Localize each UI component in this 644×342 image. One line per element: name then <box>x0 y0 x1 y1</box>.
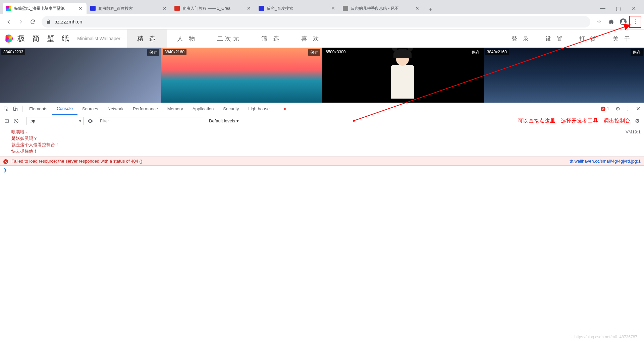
wallpaper-card[interactable]: 3840x2160 保存 <box>484 48 644 103</box>
save-button[interactable]: 保存 <box>308 49 320 56</box>
nav-people[interactable]: 人 物 <box>167 30 207 48</box>
nav-filter[interactable]: 筛 选 <box>251 30 291 48</box>
svg-point-1 <box>622 19 624 22</box>
annotation-text: 可以直接点这里，选择开发者工具，调出控制台 <box>518 118 631 124</box>
bookmark-star-icon[interactable]: ☆ <box>593 16 605 28</box>
url-text: bz.zzzmh.cn <box>54 19 586 24</box>
tab-title: 反爬_百度搜索 <box>267 6 329 11</box>
chevron-right-icon: ❯ <box>3 167 7 172</box>
devtools-tab-elements[interactable]: Elements <box>24 103 52 115</box>
site-logo-icon[interactable] <box>5 35 13 43</box>
devtools-tab-security[interactable]: Security <box>218 103 244 115</box>
context-selector[interactable]: top <box>26 117 84 125</box>
error-count-badge[interactable]: ✕1 <box>601 107 609 111</box>
back-button[interactable] <box>3 16 15 28</box>
clear-console-icon[interactable] <box>11 116 21 126</box>
devtools-tab-sources[interactable]: Sources <box>77 103 103 115</box>
site-right-nav: 登 录 设 置 打 赏 关 于 <box>504 30 639 48</box>
browser-tab[interactable]: 爬虫入门教程 —— 1_Grea ✕ <box>171 3 255 14</box>
forward-button[interactable] <box>15 16 27 28</box>
close-icon[interactable]: ✕ <box>78 6 83 11</box>
live-expression-icon[interactable] <box>86 116 95 126</box>
nav-donate[interactable]: 打 赏 <box>572 30 606 48</box>
console-toolbar: top Default levels ▾ 可以直接点这里，选择开发者工具，调出控… <box>0 115 644 127</box>
resolution-badge: 3840x2233 <box>1 49 25 55</box>
site-header: 极 简 壁 纸 Minimalist Wallpaper 精 选 人 物 二次元… <box>0 30 644 48</box>
favicon-icon <box>343 6 348 11</box>
favicon-icon <box>6 6 11 11</box>
browser-tab[interactable]: 爬虫教程_百度搜索 ✕ <box>87 3 171 14</box>
nav-anime[interactable]: 二次元 <box>207 30 251 48</box>
browser-tab-strip: 极简壁纸_海量电脑桌面壁纸 ✕ 爬虫教程_百度搜索 ✕ 爬虫入门教程 —— 1_… <box>0 0 644 14</box>
save-button[interactable]: 保存 <box>470 49 482 56</box>
svg-rect-5 <box>5 119 9 122</box>
url-box[interactable]: bz.zzzmh.cn <box>42 16 590 27</box>
devtools-more-icon[interactable]: ⋮ <box>623 104 633 114</box>
site-name: 极 简 壁 纸 <box>17 34 72 44</box>
device-toggle-icon[interactable] <box>11 104 20 114</box>
devtools-settings-icon[interactable]: ⚙ <box>613 104 623 114</box>
browser-tab[interactable]: 反爬的几种手段总结 - 风不 ✕ <box>339 3 423 14</box>
close-icon[interactable]: ✕ <box>415 6 420 11</box>
close-icon[interactable]: ✕ <box>162 6 167 11</box>
console-output[interactable]: 喂喂喂~ 是妖妖灵吗？ 就是这个人偷看控制台！ 快去抓住他！ VM19:1 ✕ … <box>0 127 644 280</box>
devtools-tabbar: Elements Console Sources Network Perform… <box>0 103 644 115</box>
close-icon[interactable]: ✕ <box>330 6 336 11</box>
devtools-tab-application[interactable]: Application <box>188 103 219 115</box>
favicon-icon <box>90 6 96 11</box>
error-source-link[interactable]: th.wallhaven.cc/small/4g/4gjvrd.jpg:1 <box>570 159 641 164</box>
maximize-button[interactable]: ▢ <box>610 3 626 14</box>
save-button[interactable]: 保存 <box>631 49 643 56</box>
wallpaper-card[interactable]: 3840x2233 保存 <box>0 48 161 103</box>
devtools-tab-performance[interactable]: Performance <box>128 103 162 115</box>
console-log-message: 喂喂喂~ 是妖妖灵吗？ 就是这个人偷看控制台！ 快去抓住他！ VM19:1 <box>0 127 644 157</box>
devtools-tab-lighthouse[interactable]: Lighthouse <box>244 103 274 115</box>
wallpaper-card[interactable]: 3840x2160 保存 <box>161 48 322 103</box>
site-subtitle: Minimalist Wallpaper <box>77 36 120 41</box>
tab-title: 爬虫教程_百度搜索 <box>98 6 161 11</box>
tab-title: 极简壁纸_海量电脑桌面壁纸 <box>14 6 76 11</box>
console-prompt[interactable]: ❯ <box>0 166 644 174</box>
tab-title: 爬虫入门教程 —— 1_Grea <box>182 6 245 11</box>
close-icon[interactable]: ✕ <box>246 6 252 11</box>
filter-input[interactable] <box>97 117 204 125</box>
devtools-tab-console[interactable]: Console <box>52 103 77 115</box>
tab-title: 反爬的几种手段总结 - 风不 <box>351 6 413 11</box>
browser-tab[interactable]: 反爬_百度搜索 ✕ <box>255 3 339 14</box>
resolution-badge: 6500x3300 <box>324 49 347 55</box>
recording-dot-icon <box>284 108 286 110</box>
devtools-tab-memory[interactable]: Memory <box>163 103 188 115</box>
log-source-link[interactable]: VM19:1 <box>626 129 641 135</box>
wallpaper-card[interactable]: 6500x3300 保存 <box>322 48 483 103</box>
favicon-icon <box>174 6 180 11</box>
inspect-icon[interactable] <box>1 104 11 114</box>
devtools-tab-network[interactable]: Network <box>103 103 128 115</box>
profile-icon[interactable] <box>617 16 629 28</box>
log-levels-selector[interactable]: Default levels ▾ <box>209 118 239 123</box>
error-count: 1 <box>607 107 609 111</box>
browser-tab[interactable]: 极简壁纸_海量电脑桌面壁纸 ✕ <box>3 3 87 14</box>
favicon-icon <box>259 6 264 11</box>
error-icon: ✕ <box>3 159 8 164</box>
console-settings-icon[interactable]: ⚙ <box>633 116 642 126</box>
extensions-icon[interactable] <box>605 16 617 28</box>
console-sidebar-icon[interactable] <box>2 116 11 126</box>
close-window-button[interactable]: ✕ <box>626 3 641 14</box>
address-bar: bz.zzzmh.cn ☆ ⋮ <box>0 14 644 30</box>
nav-like[interactable]: 喜 欢 <box>291 30 331 48</box>
save-button[interactable]: 保存 <box>147 49 159 56</box>
nav-featured[interactable]: 精 选 <box>127 30 167 48</box>
nav-login[interactable]: 登 录 <box>504 30 538 48</box>
resolution-badge: 3840x2160 <box>485 49 509 55</box>
minimize-button[interactable]: — <box>595 3 610 14</box>
resolution-badge: 3840x2160 <box>163 49 186 55</box>
chrome-menu-button[interactable]: ⋮ <box>629 16 641 28</box>
nav-about[interactable]: 关 于 <box>605 30 639 48</box>
nav-settings[interactable]: 设 置 <box>538 30 572 48</box>
devtools-panel: Elements Console Sources Network Perform… <box>0 103 644 280</box>
site-nav: 精 选 人 物 二次元 筛 选 喜 欢 <box>127 30 331 48</box>
reload-button[interactable] <box>27 16 39 28</box>
devtools-close-icon[interactable]: ✕ <box>633 104 643 114</box>
watermark-text: https://blog.csdn.net/m0_48736787 <box>575 335 637 339</box>
new-tab-button[interactable]: + <box>426 5 435 14</box>
